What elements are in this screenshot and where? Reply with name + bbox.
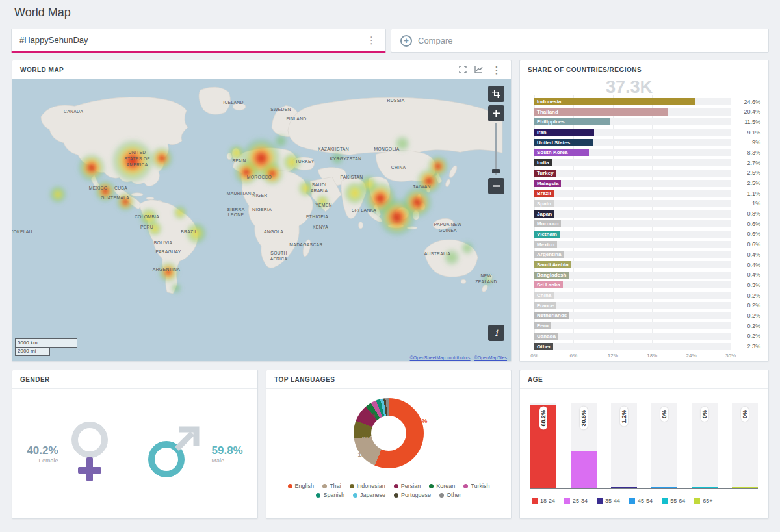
female-percentage: 40.2% <box>27 444 58 457</box>
country-row[interactable]: Argentina0.4% <box>534 251 760 258</box>
info-button[interactable]: i <box>488 325 504 341</box>
country-bar-track: Vietnam <box>534 231 731 238</box>
age-column[interactable]: 68.2% <box>530 403 556 488</box>
country-row[interactable]: Other2.3% <box>534 343 760 350</box>
legend-dot <box>394 484 398 488</box>
country-row[interactable]: France0.2% <box>534 302 760 309</box>
compare-button[interactable]: + Compare <box>391 29 769 53</box>
country-name-chip: France <box>534 302 556 309</box>
zoom-out-button[interactable] <box>488 178 504 194</box>
age-column[interactable]: 30.6% <box>571 403 597 488</box>
axis-tick: 6% <box>570 353 578 359</box>
donut-slice-label: 7.7% <box>361 411 375 418</box>
country-value: 9.1% <box>731 129 760 136</box>
country-value: 0.2% <box>731 312 760 319</box>
line-chart-icon[interactable] <box>474 66 483 73</box>
country-bar-track: Saudi Arabia <box>534 261 731 268</box>
map-label: TAIWAN <box>413 184 430 189</box>
map-label: ICELAND <box>223 100 244 105</box>
languages-legend-row-2: SpanishJapanesePortugueseOther <box>266 492 511 498</box>
country-row[interactable]: Peru0.2% <box>534 322 760 329</box>
panel-kebab-icon[interactable]: ⋮ <box>491 65 504 75</box>
country-name-chip: China <box>534 292 554 299</box>
country-value: 11.5% <box>731 119 760 125</box>
scale-kilometers: 5000 km <box>15 338 77 348</box>
fullscreen-icon[interactable] <box>459 66 467 73</box>
map-label: LEONE <box>228 212 244 217</box>
country-row[interactable]: Iran9.1% <box>534 129 760 136</box>
country-name-chip: Japan <box>534 210 554 218</box>
male-symbol-icon <box>143 422 202 487</box>
country-row[interactable]: Morocco0.6% <box>534 220 760 227</box>
country-row[interactable]: Spain1% <box>534 200 760 207</box>
osm-link[interactable]: ©OpenStreetMap contributors <box>410 355 471 360</box>
zoom-slider-handle[interactable] <box>492 169 500 173</box>
country-value: 0.4% <box>731 272 760 278</box>
age-column[interactable]: 0% <box>692 403 718 488</box>
country-bar-track: United States <box>534 139 731 146</box>
country-row[interactable]: Malaysia2.5% <box>534 180 760 187</box>
kebab-menu-icon[interactable]: ⋮ <box>365 35 378 45</box>
country-value: 1% <box>731 200 760 207</box>
country-value: 0.3% <box>731 282 760 288</box>
map-label: TOKELAU <box>12 229 32 234</box>
age-bar <box>611 487 637 488</box>
country-row[interactable]: South Korea8.3% <box>534 149 760 156</box>
map-label: NEW <box>481 273 492 278</box>
country-row[interactable]: Mexico0.6% <box>534 241 760 248</box>
age-legend-label: 65+ <box>703 498 712 504</box>
age-column[interactable]: 0% <box>732 403 758 488</box>
country-row[interactable]: Netherlands0.2% <box>534 312 760 319</box>
donut-slice-label: 8.4% <box>356 432 370 439</box>
plus-circle-icon: + <box>400 35 412 47</box>
country-row[interactable]: Bangladesh0.4% <box>534 272 760 279</box>
legend-item: Portuguese <box>394 492 431 498</box>
country-row[interactable]: Brazil1.1% <box>534 190 760 197</box>
country-bar-track: Turkey <box>534 170 731 177</box>
map-label: BRAZIL <box>181 229 198 234</box>
zoom-in-button[interactable] <box>488 105 504 121</box>
map-canvas[interactable]: CANADAICELANDSWEDENFINLANDRUSSIAUNITEDST… <box>12 79 511 361</box>
male-label: Male <box>212 457 243 464</box>
age-legend-label: 35-44 <box>605 498 620 504</box>
map-label: CANADA <box>64 108 83 113</box>
legend-label: Spanish <box>323 492 344 498</box>
age-column[interactable]: 0% <box>651 403 677 488</box>
omt-link[interactable]: ©OpenMapTiles <box>474 355 507 360</box>
country-row[interactable]: United States9% <box>534 139 760 146</box>
country-name-chip: Morocco <box>534 220 561 227</box>
legend-dot <box>322 484 327 488</box>
country-row[interactable]: China0.2% <box>534 292 760 299</box>
country-bar-track: China <box>534 292 731 299</box>
country-row[interactable]: Philippines11.5% <box>534 118 760 125</box>
age-column[interactable]: 1.2% <box>611 403 637 488</box>
hashtag-input[interactable]: #HappySehunDay ⋮ <box>11 29 386 53</box>
country-bar-track: Indonesia <box>534 98 731 105</box>
country-row[interactable]: Thailand20.4% <box>534 108 760 116</box>
legend-dot <box>353 493 358 498</box>
crop-button[interactable] <box>488 86 504 102</box>
country-row[interactable]: Turkey2.5% <box>534 170 760 177</box>
country-value: 20.4% <box>731 108 760 115</box>
legend-dot <box>350 484 354 488</box>
gender-panel: GENDER 40.2% Female <box>12 370 258 519</box>
map-label: SPAIN <box>232 158 246 163</box>
country-name-chip: Brazil <box>534 190 554 197</box>
country-row[interactable]: Sri Lanka0.3% <box>534 281 760 288</box>
zoom-slider[interactable] <box>495 123 497 175</box>
country-row[interactable]: Indonesia24.6% <box>534 98 760 105</box>
country-name-chip: Argentina <box>534 251 564 258</box>
country-row[interactable]: Canada0.2% <box>534 333 760 340</box>
country-row[interactable]: Japan0.8% <box>534 210 760 218</box>
country-bar-track: Spain <box>534 200 731 207</box>
map-label: KYRGYZSTAN <box>330 157 361 161</box>
age-title: AGE <box>528 376 543 383</box>
legend-label: Thai <box>330 483 341 489</box>
age-legend-item: 18-24 <box>532 498 555 504</box>
age-legend-item: 25-34 <box>564 498 588 504</box>
country-bar-track: Iran <box>534 129 731 136</box>
legend-dot <box>429 484 434 488</box>
country-row[interactable]: Saudi Arabia0.4% <box>534 261 760 268</box>
country-row[interactable]: India2.7% <box>534 159 760 166</box>
country-row[interactable]: Vietnam0.6% <box>534 231 760 238</box>
